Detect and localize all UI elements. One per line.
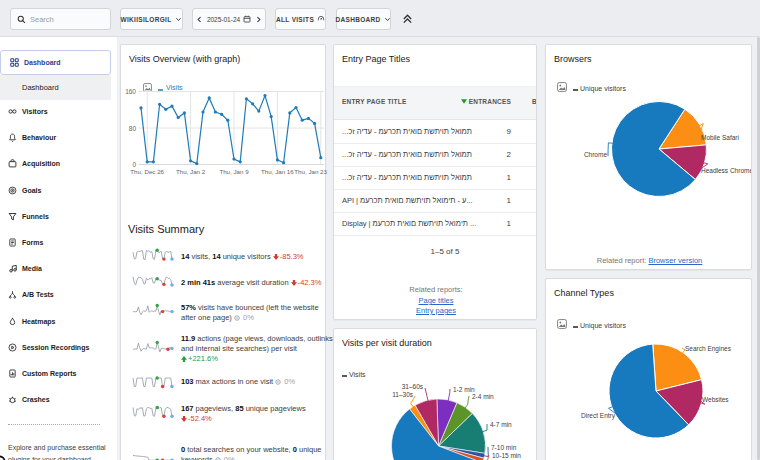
- svg-text:2-4 min: 2-4 min: [472, 393, 494, 400]
- svg-text:160: 160: [125, 88, 136, 95]
- svg-text:Thu, Jan 9: Thu, Jan 9: [219, 168, 249, 175]
- svg-text:Websites: Websites: [702, 396, 729, 403]
- svg-text:Mobile Safari: Mobile Safari: [701, 134, 739, 141]
- svg-text:Search Engines: Search Engines: [685, 345, 732, 353]
- svg-text:Thu, Jan 2: Thu, Jan 2: [176, 168, 206, 175]
- svg-text:Thu, Dec 26: Thu, Dec 26: [130, 168, 164, 175]
- svg-text:Thu, Jan 16: Thu, Jan 16: [261, 168, 294, 175]
- svg-text:Thu, Jan 23: Thu, Jan 23: [294, 168, 327, 175]
- svg-text:80: 80: [129, 125, 137, 132]
- svg-text:Chrome: Chrome: [584, 151, 608, 158]
- svg-text:11–30s: 11–30s: [392, 391, 414, 398]
- svg-text:Direct Entry: Direct Entry: [581, 412, 616, 420]
- svg-text:31–60s: 31–60s: [402, 383, 424, 390]
- svg-text:1-2 min: 1-2 min: [453, 386, 475, 393]
- svg-text:4-7 min: 4-7 min: [490, 421, 512, 428]
- svg-text:Headless Chrome: Headless Chrome: [701, 167, 752, 174]
- svg-text:10-15 min: 10-15 min: [492, 452, 521, 459]
- svg-text:0: 0: [132, 161, 136, 168]
- svg-text:7-10 min: 7-10 min: [491, 444, 517, 451]
